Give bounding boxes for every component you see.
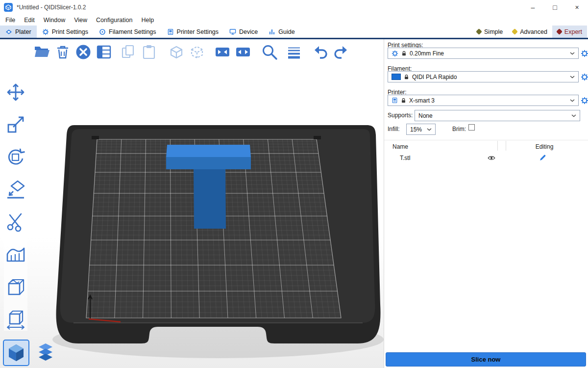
column-editing: Editing bbox=[527, 143, 562, 150]
tabbar: Plater Print Settings Filament Settings … bbox=[0, 26, 588, 39]
place-on-face-icon[interactable] bbox=[5, 179, 26, 200]
infill-combo[interactable]: 15% bbox=[406, 124, 436, 135]
menu-window[interactable]: Window bbox=[39, 16, 70, 25]
advanced-mode-icon bbox=[512, 28, 518, 35]
paste-icon[interactable] bbox=[140, 43, 158, 61]
tab-print-settings[interactable]: Print Settings bbox=[37, 26, 94, 38]
print-settings-gear-button[interactable] bbox=[581, 50, 588, 57]
model-bar-front-face[interactable] bbox=[166, 157, 251, 169]
view-mode-switch bbox=[4, 341, 58, 365]
printer-combo[interactable]: X-smart 3 bbox=[388, 95, 579, 106]
variable-layer-height-icon[interactable] bbox=[285, 43, 303, 61]
viewport-3d[interactable] bbox=[0, 39, 384, 368]
redo-icon[interactable] bbox=[332, 43, 350, 61]
seam-icon[interactable] bbox=[5, 276, 26, 297]
rotate-icon[interactable] bbox=[5, 146, 26, 168]
copy-icon[interactable] bbox=[120, 43, 137, 61]
arrange-icon[interactable] bbox=[95, 43, 113, 61]
add-instance-icon[interactable] bbox=[168, 43, 185, 61]
preview-layers-icon bbox=[35, 342, 56, 364]
object-list-header: Name Editing bbox=[384, 140, 588, 152]
filament-combo[interactable]: QIDI PLA Rapido bbox=[388, 71, 579, 82]
tab-label: Filament Settings bbox=[109, 28, 156, 35]
filament-value: QIDI PLA Rapido bbox=[412, 74, 457, 80]
filament-color-swatch bbox=[392, 74, 401, 80]
printer-gear-button[interactable] bbox=[581, 97, 588, 105]
filament-gear-button[interactable] bbox=[581, 73, 588, 81]
model-stem-front-face[interactable] bbox=[194, 169, 226, 229]
supports-value: None bbox=[418, 112, 433, 119]
delete-icon[interactable] bbox=[54, 43, 72, 61]
tab-label: Printer Settings bbox=[177, 28, 219, 35]
scale-icon[interactable] bbox=[5, 114, 26, 135]
bed-clip-right bbox=[314, 136, 321, 139]
paint-supports-icon[interactable] bbox=[5, 243, 26, 265]
viewport-toolbar bbox=[32, 42, 354, 62]
menu-configuration[interactable]: Configuration bbox=[92, 16, 137, 25]
column-name: Name bbox=[392, 143, 408, 150]
tab-device[interactable]: Device bbox=[224, 26, 263, 38]
column-separator bbox=[506, 141, 506, 151]
3d-scene[interactable] bbox=[0, 39, 384, 368]
tab-plater[interactable]: Plater bbox=[0, 26, 37, 38]
mode-simple[interactable]: Simple bbox=[472, 26, 508, 38]
minimize-button[interactable]: – bbox=[522, 0, 544, 15]
delete-all-icon[interactable] bbox=[74, 43, 92, 61]
chevron-down-icon bbox=[427, 128, 432, 131]
remove-instance-icon[interactable] bbox=[188, 43, 206, 61]
infill-value: 15% bbox=[410, 126, 422, 133]
bed-clip-left bbox=[92, 136, 99, 139]
edit-icon[interactable] bbox=[539, 154, 546, 161]
object-manipulation-toolbar bbox=[4, 80, 27, 331]
lock-icon bbox=[401, 98, 406, 104]
chevron-down-icon bbox=[571, 114, 576, 117]
tab-guide[interactable]: Guide bbox=[263, 26, 300, 38]
supports-combo[interactable]: None bbox=[415, 110, 580, 121]
mode-expert[interactable]: Expert bbox=[552, 26, 587, 38]
print-settings-combo[interactable]: 0.20mm Fine bbox=[388, 48, 579, 59]
lock-icon bbox=[401, 51, 407, 56]
open-icon[interactable] bbox=[33, 43, 51, 61]
menu-edit[interactable]: Edit bbox=[20, 16, 39, 25]
window-title: *Untitled - QIDISlicer-1.0.2 bbox=[17, 4, 86, 11]
chevron-down-icon bbox=[570, 76, 575, 79]
print-settings-value: 0.20mm Fine bbox=[410, 50, 444, 57]
menu-help[interactable]: Help bbox=[137, 16, 158, 25]
tab-filament-settings[interactable]: Filament Settings bbox=[94, 26, 162, 38]
menu-view[interactable]: View bbox=[70, 16, 92, 25]
settings-sidebar: Print settings: 0.20mm Fine Filament: QI… bbox=[384, 39, 588, 368]
expert-mode-icon bbox=[556, 28, 563, 35]
3d-cube-icon bbox=[5, 342, 27, 364]
model-top-face[interactable] bbox=[166, 145, 251, 157]
brim-checkbox[interactable] bbox=[468, 124, 475, 131]
split-to-objects-icon[interactable] bbox=[214, 43, 231, 61]
slice-now-button[interactable]: Slice now bbox=[386, 352, 586, 367]
main-area: Print settings: 0.20mm Fine Filament: QI… bbox=[0, 39, 588, 368]
app-icon bbox=[4, 3, 13, 12]
measure-icon[interactable] bbox=[5, 308, 26, 330]
undo-icon[interactable] bbox=[312, 43, 329, 61]
cut-icon[interactable] bbox=[5, 211, 26, 233]
chevron-down-icon bbox=[570, 99, 575, 102]
printer-small-icon bbox=[392, 97, 398, 104]
object-name: T.stl bbox=[400, 155, 410, 161]
guide-icon bbox=[269, 28, 275, 35]
menu-file[interactable]: File bbox=[1, 16, 20, 25]
3d-editor-view-button[interactable] bbox=[4, 341, 28, 365]
window-controls: – □ × bbox=[522, 0, 588, 15]
preview-view-button[interactable] bbox=[33, 341, 58, 365]
move-icon[interactable] bbox=[5, 81, 26, 103]
maximize-button[interactable]: □ bbox=[544, 0, 566, 15]
mode-switcher: Simple Advanced Expert bbox=[472, 26, 588, 38]
titlebar: *Untitled - QIDISlicer-1.0.2 – □ × bbox=[0, 0, 588, 15]
close-button[interactable]: × bbox=[566, 0, 588, 15]
split-to-parts-icon[interactable] bbox=[234, 43, 252, 61]
tab-printer-settings[interactable]: Printer Settings bbox=[162, 26, 224, 38]
printer-value: X-smart 3 bbox=[409, 97, 435, 104]
eye-icon[interactable] bbox=[488, 155, 495, 161]
search-icon[interactable] bbox=[261, 43, 278, 61]
mode-advanced[interactable]: Advanced bbox=[508, 26, 552, 38]
brim-label: Brim: bbox=[452, 126, 466, 132]
object-list-row[interactable]: T.stl bbox=[384, 152, 588, 164]
device-monitor-icon bbox=[229, 28, 236, 35]
